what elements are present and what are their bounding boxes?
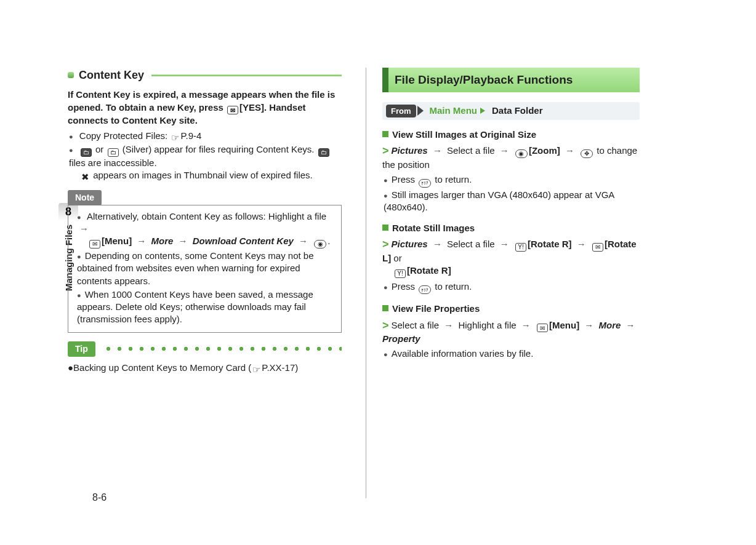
tip-text: ●Backing up Content Keys to Memory Card … [68,362,342,374]
rotate-still-images-section: Rotate Still Images >Pictures → Select a… [382,222,640,294]
pointer-icon: ☞ [171,133,179,142]
key-folder-gray-icon: 🗀 [318,148,329,157]
bullet-copy-protected: Copy Protected Files: ☞P.9-4 [69,130,342,142]
page-content: Content Key If Content Key is expired, a… [68,68,671,498]
bullet-key-icons: 🗀 or 🗀 (Silver) appear for files requiri… [69,143,342,181]
note-item-depending: Depending on contents, some Content Keys… [77,250,335,287]
content-key-bullets: Copy Protected Files: ☞P.9-4 🗀 or 🗀 (Sil… [69,130,342,182]
clear-key-icon: ｸﾘｱ [419,179,431,188]
mail-icon: ✉ [537,324,548,332]
center-key-icon: ◉ [515,149,528,158]
key-folder-silver-icon: 🗀 [108,148,119,157]
tip-label: Tip [68,341,95,357]
note-item-1000: When 1000 Content Keys have been saved, … [77,288,335,326]
play-icon [480,108,485,114]
from-row: From Main Menu Data Folder [382,102,640,121]
from-main-menu: Main Menu [430,105,478,117]
mail-icon: ✉ [227,106,238,114]
from-data-folder: Data Folder [492,105,543,117]
pointer-icon: ☞ [252,365,260,374]
y-key-icon: Y! [515,243,526,252]
mail-icon: ✉ [89,240,100,249]
clear-key-icon: ｸﾘｱ [419,285,431,294]
tip-row: Tip [68,341,342,357]
view-still-images-section: View Still Images at Original Size >Pict… [382,129,640,213]
nav-key-icon: ✥ [581,149,593,158]
content-key-subheader: Content Key [68,68,342,82]
center-key-icon: ◉ [314,240,326,249]
right-column: File Display/Playback Functions From Mai… [366,68,655,498]
x-icon: ✖ [81,173,89,181]
note-label: Note [68,190,102,205]
tip-dots [103,346,342,351]
from-arrow-icon [417,106,424,116]
section-header: File Display/Playback Functions [382,68,640,92]
view-file-properties-section: View File Properties >Select a file → Hi… [382,303,640,360]
note-box: Alternatively, obtain Content Key as fol… [68,205,342,333]
key-folder-yellow-icon: 🗀 [81,148,92,157]
y-key-icon: Y! [395,269,406,278]
mail-icon: ✉ [592,243,603,252]
note-item-alt: Alternatively, obtain Content Key as fol… [77,210,335,249]
content-key-intro: If Content Key is expired, a message app… [68,89,342,127]
left-column: Content Key If Content Key is expired, a… [68,68,357,498]
from-pill: From [386,105,416,118]
